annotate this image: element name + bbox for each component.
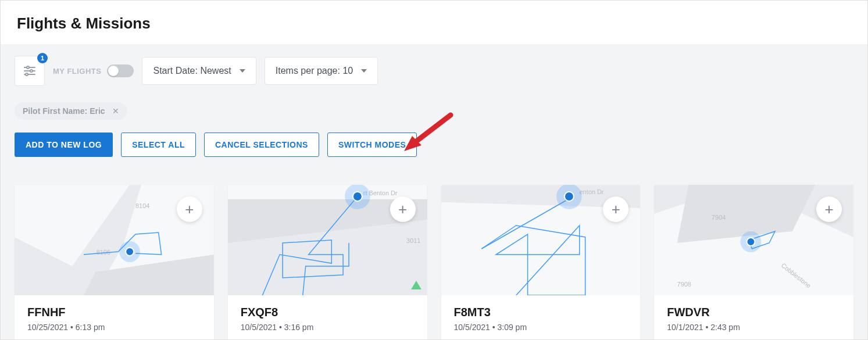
flight-code: F8MT3 [454, 306, 628, 319]
flight-code: FWDVR [667, 306, 841, 319]
plus-icon: + [612, 201, 620, 219]
flight-datetime: 10/25/2021 • 6:13 pm [27, 323, 201, 332]
flight-datetime: 10/5/2021 • 3:16 pm [241, 323, 415, 332]
svg-point-28 [747, 238, 755, 246]
filter-count-badge: 1 [37, 53, 48, 63]
per-page-label: Items per page: 10 [276, 66, 353, 76]
map-label: 7904 [712, 214, 726, 221]
sliders-icon [23, 64, 37, 78]
flight-datetime: 10/1/2021 • 2:43 pm [667, 323, 841, 332]
plus-icon: + [398, 201, 407, 219]
filter-chip-pilot[interactable]: Pilot First Name: Eric ✕ [15, 102, 127, 120]
flight-card[interactable]: 7904 7908 Cobblestone + FWDVR 10/1/2021 … [654, 185, 853, 340]
svg-point-3 [30, 70, 33, 72]
map-label: 8104 [135, 202, 149, 209]
flight-code: FFNHF [27, 306, 201, 319]
flight-card[interactable]: 8104 8106 + FFNHF 10/25/2021 • 6:13 pm [15, 185, 214, 340]
flight-card[interactable]: enton Dr + F8MT3 10/5/2021 • 3:09 pm [441, 185, 641, 340]
flight-map-thumbnail: enton Dr + [441, 185, 641, 295]
flight-map-thumbnail: 8104 8106 + [15, 185, 214, 295]
flight-card[interactable]: rt Benton Dr 3011 + FXQF8 10/5/2021 • 3:… [228, 185, 427, 340]
svg-point-19 [353, 192, 362, 201]
flight-code: FXQF8 [241, 306, 415, 319]
my-flights-label: MY FLIGHTS [53, 67, 101, 76]
close-icon[interactable]: ✕ [112, 106, 119, 116]
add-flight-button[interactable]: + [177, 196, 202, 222]
sort-select[interactable]: Start Date: Newest [142, 57, 256, 85]
map-label: 3011 [406, 237, 420, 244]
filters-button[interactable]: 1 [15, 56, 45, 86]
chevron-down-icon [240, 69, 245, 73]
chevron-down-icon [361, 69, 367, 73]
svg-point-23 [564, 192, 573, 201]
sort-select-label: Start Date: Newest [153, 66, 231, 76]
page-title: Flights & Missions [17, 15, 851, 33]
cancel-selections-button[interactable]: CANCEL SELECTIONS [204, 133, 319, 157]
my-flights-toggle[interactable] [107, 65, 134, 77]
flight-datetime: 10/5/2021 • 3:09 pm [454, 323, 628, 332]
map-label: 7908 [677, 281, 691, 288]
plus-icon: + [185, 201, 194, 219]
add-flight-button[interactable]: + [816, 196, 842, 222]
svg-point-1 [27, 66, 29, 69]
per-page-select[interactable]: Items per page: 10 [265, 57, 378, 85]
flight-map-thumbnail: 7904 7908 Cobblestone + [654, 185, 853, 295]
switch-modes-button[interactable]: SWITCH MODES [327, 133, 417, 157]
add-flight-button[interactable]: + [390, 196, 416, 222]
map-label: enton Dr [579, 188, 603, 195]
toggle-knob [108, 66, 119, 76]
svg-point-5 [26, 73, 28, 76]
select-all-button[interactable]: SELECT ALL [121, 133, 196, 157]
add-to-new-log-button[interactable]: ADD TO NEW LOG [15, 133, 113, 157]
add-flight-button[interactable]: + [603, 196, 628, 222]
flight-map-thumbnail: rt Benton Dr 3011 + [228, 185, 427, 295]
plus-icon: + [824, 201, 833, 219]
filter-chip-label: Pilot First Name: Eric [23, 106, 105, 116]
svg-point-13 [126, 248, 134, 256]
